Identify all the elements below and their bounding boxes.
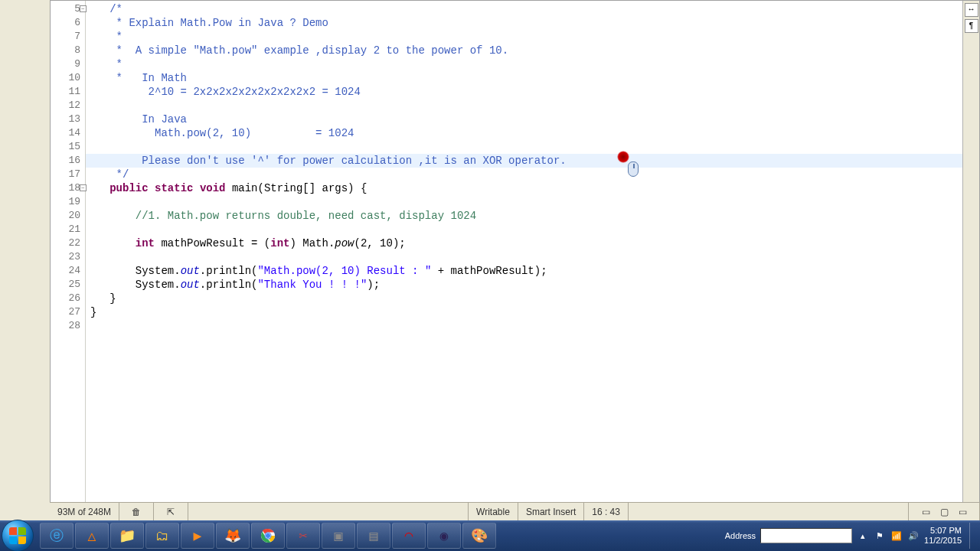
line-number[interactable]: 21 [51,223,85,236]
line-number[interactable]: 25 [51,278,85,292]
code-line[interactable] [86,99,979,112]
editor-right-toolbar: ↔ ¶ [962,1,979,507]
line-number[interactable]: 22 [51,236,85,250]
line-number[interactable]: 6 [51,16,85,30]
maximize-icon: ▢ [937,505,951,519]
line-number[interactable]: 19 [51,195,85,209]
file-mode[interactable]: Writable [469,503,518,520]
show-whitespace-icon[interactable]: ¶ [965,19,978,33]
code-line[interactable]: public static void main(String[] args) { [86,181,979,195]
taskbar-app-generic1[interactable]: ▣ [322,523,355,549]
line-number[interactable]: 7 [51,30,85,44]
taskbar-app-libraries[interactable]: 🗂 [145,523,179,549]
taskbar-app-generic2[interactable]: ▤ [357,523,390,549]
taskbar-app-snip[interactable]: ✂ [286,523,320,549]
status-trim-icons[interactable]: ▭ ▢ ▭ [909,503,980,520]
code-line[interactable] [86,250,979,264]
line-number[interactable]: 15 [51,140,85,154]
code-line[interactable]: * Explain Math.Pow in Java ? Demo [86,16,979,30]
line-number[interactable]: 17 [51,168,85,181]
code-line[interactable] [86,140,979,154]
address-input[interactable] [760,528,852,543]
status-spacer-2 [629,503,909,520]
cursor-position[interactable]: 16 : 43 [584,503,629,520]
code-line[interactable]: 2^10 = 2x2x2x2x2x2x2x2x2x2 = 1024 [86,85,979,99]
tray-network-icon[interactable]: 📶 [890,531,903,541]
minimize-icon: ▭ [956,505,969,519]
code-line[interactable]: */ [86,168,979,181]
code-line[interactable] [86,319,979,333]
gc-button[interactable]: 🗑 [119,503,154,520]
line-number[interactable]: 20 [51,209,85,223]
code-line[interactable]: * A simple "Math.pow" example ,display 2… [86,44,979,57]
windows-taskbar[interactable]: ⓔ △ 📁 🗂 ▶ 🦊 ✂ ▣ ▤ ◠ ◉ 🎨 Address ▴ ⚑ 📶 🔊 … [0,520,980,551]
code-line[interactable]: /* [86,2,979,16]
line-number[interactable]: 23 [51,250,85,264]
taskbar-app-wmp[interactable]: ▶ [181,523,214,549]
line-number[interactable]: 16 [51,154,85,168]
insert-mode[interactable]: Smart Insert [518,503,584,520]
code-line[interactable]: } [86,305,979,319]
line-number[interactable]: 11 [51,85,85,99]
taskbar-pinned-apps: ⓔ △ 📁 🗂 ▶ 🦊 ✂ ▣ ▤ ◠ ◉ 🎨 [40,523,496,549]
code-line[interactable]: System.out.println("Math.pow(2, 10) Resu… [86,264,979,278]
taskbar-app-airtel[interactable]: ◠ [392,523,426,549]
show-desktop-button[interactable] [969,523,975,549]
code-area: 5−6789101112131415161718−192021222324252… [51,1,979,507]
status-bar: 93M of 248M 🗑 ⇱ Writable Smart Insert 16… [50,502,980,520]
line-number[interactable]: 10 [51,71,85,85]
system-tray[interactable]: Address ▴ ⚑ 📶 🔊 5:07 PM 11/2/2015 [720,520,980,551]
code-line[interactable]: * In Math [86,71,979,85]
taskbar-app-ie[interactable]: ⓔ [40,523,74,549]
toggle-word-wrap-icon[interactable]: ↔ [965,3,978,17]
code-line[interactable]: * [86,30,979,44]
line-number[interactable]: 8 [51,44,85,57]
line-number-gutter[interactable]: 5−6789101112131415161718−192021222324252… [51,1,86,507]
status-spacer [188,503,469,520]
taskbar-clock[interactable]: 5:07 PM 11/2/2015 [924,526,962,546]
line-number[interactable]: 27 [51,305,85,319]
address-label: Address [725,531,756,540]
heap-memory-value: 93M of 248M [57,507,111,517]
status-misc-button[interactable]: ⇱ [154,503,188,520]
line-number[interactable]: 13 [51,112,85,126]
restore-icon: ▭ [919,505,933,519]
tray-volume-icon[interactable]: 🔊 [907,531,920,541]
svg-point-3 [266,533,270,538]
code-line[interactable]: int mathPowResult = (int) Math.pow(2, 10… [86,236,979,250]
clock-time: 5:07 PM [924,526,962,536]
editor-frame: 5−6789101112131415161718−192021222324252… [50,0,980,520]
line-number[interactable]: 5− [51,2,85,16]
code-line[interactable]: In Java [86,112,979,126]
line-number[interactable]: 24 [51,264,85,278]
tray-action-center-icon[interactable]: ⚑ [874,531,886,541]
taskbar-app-eclipse[interactable]: ◉ [427,523,461,549]
line-number[interactable]: 18− [51,181,85,195]
code-line[interactable]: * [86,57,979,71]
taskbar-app-paint[interactable]: 🎨 [462,523,496,549]
clock-date: 11/2/2015 [924,536,962,546]
line-number[interactable]: 9 [51,57,85,71]
code-line[interactable]: } [86,292,979,305]
line-number[interactable]: 14 [51,126,85,140]
line-number[interactable]: 28 [51,319,85,333]
taskbar-app-explorer[interactable]: 📁 [110,523,144,549]
taskbar-app-vlc[interactable]: △ [75,523,109,549]
code-line[interactable]: Please don't use '^' for power calculati… [86,154,979,168]
tray-show-hidden-icon[interactable]: ▴ [857,531,869,541]
start-button[interactable] [2,520,34,552]
taskbar-app-chrome[interactable] [251,523,285,549]
line-number[interactable]: 26 [51,292,85,305]
code-line[interactable]: System.out.println("Thank You ! ! !"); [86,278,979,292]
pin-icon: ⇱ [164,505,178,519]
source-code[interactable]: /* * Explain Math.Pow in Java ? Demo * *… [86,1,979,507]
code-line[interactable] [86,195,979,209]
code-line[interactable]: Math.pow(2, 10) = 1024 [86,126,979,140]
code-line[interactable] [86,223,979,236]
trash-icon: 🗑 [129,505,143,519]
code-line[interactable]: //1. Math.pow returns double, need cast,… [86,209,979,223]
heap-memory-status[interactable]: 93M of 248M [50,503,119,520]
taskbar-app-firefox[interactable]: 🦊 [216,523,250,549]
line-number[interactable]: 12 [51,99,85,112]
